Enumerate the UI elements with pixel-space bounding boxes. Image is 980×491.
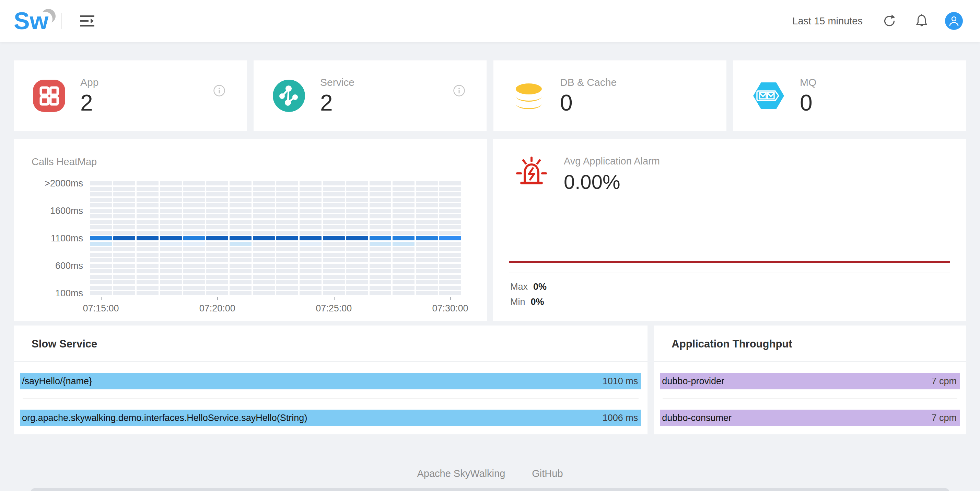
heatmap-cell — [90, 286, 112, 290]
slow-service-list: /sayHello/{name}1010 msorg.apache.skywal… — [14, 373, 648, 426]
info-icon[interactable] — [453, 84, 465, 97]
heatmap-cell — [439, 280, 461, 284]
heatmap-cell — [439, 253, 461, 257]
heatmap-cell — [183, 209, 205, 213]
stat-value: 0 — [560, 91, 617, 115]
heatmap-cell — [369, 198, 391, 202]
heatmap-cell — [90, 275, 112, 279]
user-avatar-icon[interactable] — [945, 12, 963, 30]
heatmap-cell — [369, 187, 391, 191]
heatmap-cell — [323, 269, 345, 273]
heatmap-cell — [439, 187, 461, 191]
heatmap-cell — [160, 275, 182, 279]
heatmap-cell — [416, 258, 438, 262]
heatmap-cell — [346, 214, 368, 218]
heatmap-cell — [299, 225, 321, 230]
slow-service-bar-label: /sayHello/{name} — [22, 376, 92, 387]
heatmap-cell — [393, 187, 415, 191]
heatmap-cell — [416, 192, 438, 196]
heatmap-cell — [206, 214, 228, 218]
heatmap-cell — [253, 258, 275, 262]
heatmap-cell — [323, 280, 345, 284]
heatmap-cell — [229, 225, 251, 230]
heatmap-cell — [299, 269, 321, 273]
heatmap-cell — [160, 181, 182, 185]
heatmap-cell — [113, 280, 135, 284]
application-throughput-panel: Application Throughput dubbo-provider7 c… — [654, 325, 966, 434]
heatmap-cell — [137, 209, 159, 213]
heatmap-cell — [393, 203, 415, 207]
reload-icon[interactable] — [883, 14, 896, 28]
heatmap-cell — [323, 220, 345, 224]
heatmap-cell — [323, 275, 345, 279]
heatmap-cell — [229, 280, 251, 284]
stat-label: DB & Cache — [560, 77, 617, 88]
heatmap-cell — [393, 269, 415, 273]
heatmap-cell — [323, 231, 345, 235]
heatmap-cell — [137, 203, 159, 207]
heatmap-cell — [113, 181, 135, 185]
heatmap-cell — [393, 291, 415, 295]
heatmap-cell — [229, 203, 251, 207]
heatmap-cell — [90, 231, 112, 235]
heatmap-cell — [183, 275, 205, 279]
stat-card-app: App 2 — [14, 61, 247, 131]
calls-heatmap-panel: Calls HeatMap >2000ms1600ms1100ms600ms10… — [14, 139, 487, 321]
heatmap-y-label: 1600ms — [32, 205, 83, 216]
heatmap-cell — [299, 264, 321, 268]
heatmap-cell — [160, 269, 182, 273]
heatmap-cell — [183, 269, 205, 273]
heatmap-cell — [253, 209, 275, 213]
heatmap-cell — [299, 258, 321, 262]
heatmap-cell — [393, 247, 415, 251]
alarm-title: Avg Application Alarm — [564, 156, 660, 167]
heatmap-cell — [160, 209, 182, 213]
heatmap-cell — [276, 286, 298, 290]
heatmap-cell — [137, 236, 159, 240]
info-icon[interactable] — [213, 84, 226, 97]
heatmap-cell — [276, 269, 298, 273]
skywalking-logo: Sw — [14, 6, 56, 35]
heatmap-cell — [323, 264, 345, 268]
heatmap-cell — [253, 264, 275, 268]
heatmap-cell — [299, 220, 321, 224]
throughput-bar[interactable]: dubbo-consumer7 cpm — [660, 410, 960, 426]
heatmap-cell — [183, 220, 205, 224]
heatmap-cell — [369, 236, 391, 240]
heatmap-cell — [206, 231, 228, 235]
heatmap-cell — [369, 291, 391, 295]
heatmap-cell — [90, 247, 112, 251]
time-range-selector[interactable]: Last 15 minutes — [792, 16, 863, 27]
heatmap-cell — [90, 198, 112, 202]
heatmap-cell — [416, 203, 438, 207]
heatmap-cell — [439, 269, 461, 273]
bar-separator — [23, 398, 639, 399]
top-navbar: Sw Last 15 minutes — [0, 0, 980, 42]
heatmap-cell — [160, 214, 182, 218]
bell-icon[interactable] — [915, 14, 929, 28]
heatmap-title: Calls HeatMap — [32, 156, 487, 167]
throughput-bar[interactable]: dubbo-provider7 cpm — [660, 373, 960, 389]
menu-unfold-icon[interactable] — [80, 15, 95, 27]
heatmap-y-label: 600ms — [32, 260, 83, 271]
stat-label: Service — [320, 77, 355, 88]
slow-service-bar[interactable]: /sayHello/{name}1010 ms — [20, 373, 641, 389]
heatmap-cell — [253, 269, 275, 273]
heatmap-cell — [439, 181, 461, 185]
heatmap-cell — [113, 236, 135, 240]
heatmap-cell — [90, 269, 112, 273]
heatmap-cell — [253, 242, 275, 246]
panel-divider — [654, 361, 966, 362]
heatmap-cell — [137, 187, 159, 191]
heatmap-cell — [393, 242, 415, 246]
bottom-sheet-edge — [31, 488, 949, 491]
footer-link-apache-skywalking[interactable]: Apache SkyWalking — [417, 468, 505, 479]
heatmap-cell — [276, 187, 298, 191]
heatmap-cell — [416, 220, 438, 224]
heatmap-cell — [439, 242, 461, 246]
slow-service-bar[interactable]: org.apache.skywalking.demo.interfaces.He… — [20, 410, 641, 426]
footer-link-github[interactable]: GitHub — [532, 468, 563, 479]
heatmap-cell — [393, 286, 415, 290]
alarm-max-value: 0% — [533, 282, 547, 292]
heatmap-cell — [113, 220, 135, 224]
